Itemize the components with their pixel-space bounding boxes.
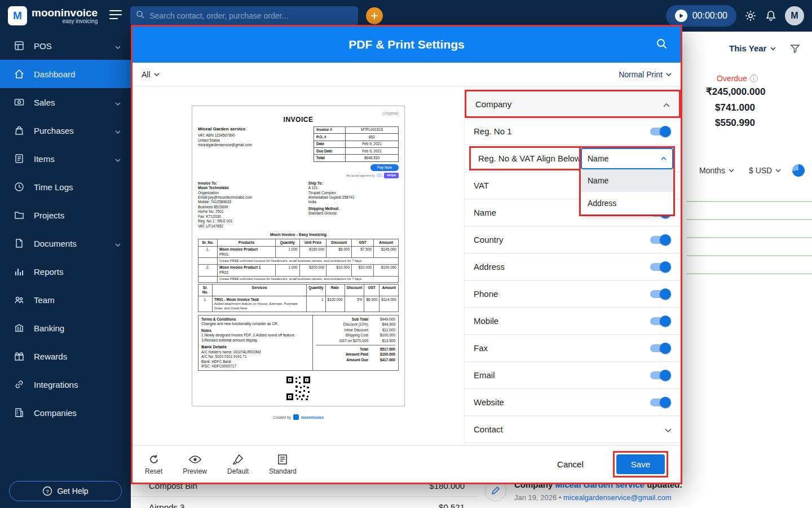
amex-badge-icon xyxy=(377,173,382,177)
notifications-bell-icon[interactable] xyxy=(765,10,777,22)
sidebar-item-sales[interactable]: Sales xyxy=(0,88,131,116)
sidebar-item-label: Companies xyxy=(34,408,77,418)
template-filter-dropdown[interactable]: All xyxy=(142,70,160,79)
chevron-down-icon xyxy=(115,41,121,51)
dashboard-icon xyxy=(14,68,25,80)
setting-label: Country xyxy=(474,235,504,244)
setting-label: Phone xyxy=(474,289,498,299)
country-toggle[interactable] xyxy=(650,236,669,244)
watermark: (Original) xyxy=(198,111,399,116)
sidebar-item-companies[interactable]: Companies xyxy=(0,398,131,427)
pay-now-button[interactable]: Pay Now xyxy=(370,164,399,171)
default-button[interactable]: Default xyxy=(227,454,249,475)
section-company[interactable]: Company xyxy=(465,90,681,118)
align-dropdown-value: Name xyxy=(588,154,608,163)
preview-button[interactable]: Preview xyxy=(183,454,207,475)
item-name: Airpods 3 xyxy=(149,502,184,508)
team-icon xyxy=(14,294,25,305)
dropdown-option-name[interactable]: Name xyxy=(581,169,673,192)
fax-toggle[interactable] xyxy=(650,344,669,352)
mooninvoice-mini-logo-icon xyxy=(293,414,299,420)
sidebar-item-documents[interactable]: Documents xyxy=(0,229,131,257)
chevron-down-icon xyxy=(115,239,121,248)
section-contact[interactable]: Contact xyxy=(465,416,681,443)
modal-search-icon[interactable] xyxy=(656,38,668,53)
months-filter[interactable]: Months xyxy=(699,166,734,175)
mobile-toggle[interactable] xyxy=(650,317,669,325)
plus-icon xyxy=(370,12,378,20)
chevron-down-icon xyxy=(115,154,121,164)
address-toggle[interactable] xyxy=(650,263,669,271)
clock-icon xyxy=(14,181,25,192)
document-icon xyxy=(14,238,25,249)
bar-chart-icon xyxy=(14,266,25,277)
email-link[interactable]: micealgardenservice@gmail.com xyxy=(563,493,672,502)
align-below-label-highlight: Reg. No & VAT Align Below xyxy=(469,146,590,170)
settings-gear-icon[interactable] xyxy=(744,10,757,22)
cancel-button[interactable]: Cancel xyxy=(557,459,584,469)
info-icon[interactable]: i xyxy=(750,75,758,82)
print-mode-value: Normal Print xyxy=(619,70,663,79)
sidebar-item-purchases[interactable]: Purchases xyxy=(0,116,131,144)
section-contact-label: Contact xyxy=(474,424,503,434)
user-avatar[interactable]: M xyxy=(785,6,804,25)
sidebar-item-team[interactable]: Team xyxy=(0,286,131,314)
svg-text:?: ? xyxy=(46,489,49,494)
period-filter[interactable]: This Year xyxy=(729,43,776,53)
accepted-payments: We accept payment by stripe xyxy=(314,173,399,178)
currency-filter[interactable]: $ USD xyxy=(749,166,781,175)
sidebar-item-pos[interactable]: POS xyxy=(0,32,131,60)
menu-toggle-icon[interactable] xyxy=(109,10,122,22)
chevron-down-icon xyxy=(115,126,121,135)
sidebar-item-banking[interactable]: Banking xyxy=(0,314,131,342)
invoice-meta-table: Invoice #MTPL001515 P.O. #852 DateFeb 9,… xyxy=(314,126,399,162)
sidebar-item-rewards[interactable]: Rewards xyxy=(0,342,131,370)
chevron-down-icon xyxy=(115,98,121,107)
sidebar-item-dashboard[interactable]: Dashboard xyxy=(0,60,131,88)
background-chart-gridlines xyxy=(687,184,812,291)
email-toggle[interactable] xyxy=(650,371,669,379)
search-input[interactable] xyxy=(149,11,352,20)
table-row: 1. TR01 - Moon Invoice TaskAdded attachm… xyxy=(198,296,399,312)
sidebar-item-label: Rewards xyxy=(34,352,67,361)
filter-funnel-icon[interactable] xyxy=(789,43,801,56)
dropdown-option-address[interactable]: Address xyxy=(581,192,673,214)
overdue-label: Overdue i xyxy=(717,74,758,83)
help-icon: ? xyxy=(42,486,52,496)
website-toggle[interactable] xyxy=(650,398,669,406)
sidebar-item-time-logs[interactable]: Time Logs xyxy=(0,173,131,201)
sidebar-item-label: Dashboard xyxy=(34,69,75,79)
sidebar-item-reports[interactable]: Reports xyxy=(0,257,131,286)
time-tracker[interactable]: 00:00:00 xyxy=(666,5,736,27)
setting-row-mobile: Mobile xyxy=(465,308,681,335)
reg-no-toggle[interactable] xyxy=(650,128,669,135)
global-search[interactable] xyxy=(130,6,358,25)
stripe-badge: stripe xyxy=(384,173,399,178)
section-company-label: Company xyxy=(475,99,511,109)
print-mode-dropdown[interactable]: Normal Print xyxy=(619,70,672,79)
get-help-button[interactable]: ? Get Help xyxy=(9,481,122,501)
overdue-amount-usd: $741.000 xyxy=(715,102,755,113)
document-template-icon xyxy=(277,454,288,465)
sidebar-item-label: Projects xyxy=(34,211,64,220)
sidebar-item-items[interactable]: Items xyxy=(0,144,131,173)
list-item[interactable]: Airpods 3 $0.521 xyxy=(131,497,478,508)
mooninvoice-logo-icon: M xyxy=(8,6,27,25)
modal-title: PDF & Print Settings xyxy=(348,38,464,51)
standard-button[interactable]: Standard xyxy=(269,454,297,475)
reset-button[interactable]: Reset xyxy=(145,454,162,475)
created-by-footer: Created by mooninvoice xyxy=(273,414,324,420)
setting-row-website: Website xyxy=(465,389,681,416)
play-icon xyxy=(675,10,687,22)
phone-toggle[interactable] xyxy=(650,290,669,298)
sidebar: POS Dashboard Sales Purchases Items Time… xyxy=(0,32,131,508)
quick-add-button[interactable] xyxy=(366,7,383,24)
sidebar-item-projects[interactable]: Projects xyxy=(0,201,131,229)
sidebar-item-label: Documents xyxy=(34,239,77,248)
overdue-amount-inr: ₹245,000.000 xyxy=(706,86,765,98)
invoice-totals-block: Sub Total$449.000 Discount (10%)$44.900 … xyxy=(313,315,399,371)
sidebar-item-integrations[interactable]: Integrations xyxy=(0,370,131,398)
table-row: Create FREE unlimited invoices for freel… xyxy=(198,258,399,265)
align-dropdown[interactable]: Name xyxy=(581,148,673,169)
save-button[interactable]: Save xyxy=(616,454,665,474)
